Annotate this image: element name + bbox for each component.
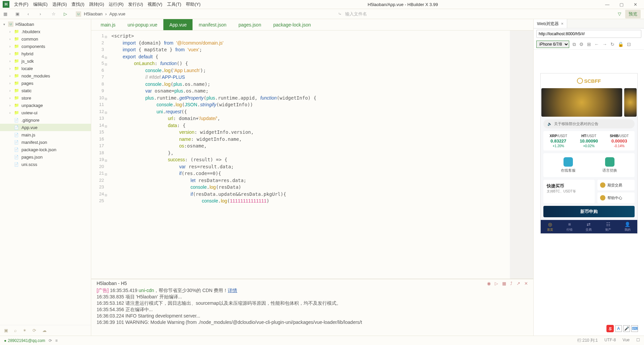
ime-voice-icon[interactable]: 🎤 bbox=[623, 325, 630, 332]
tab-main.js[interactable]: main.js bbox=[95, 19, 121, 30]
folder-components[interactable]: ›components bbox=[0, 43, 91, 50]
file-package-lock.json[interactable]: package-lock.json bbox=[0, 146, 91, 153]
folder-store[interactable]: ›store bbox=[0, 94, 91, 102]
menu-view[interactable]: 视图(V) bbox=[148, 1, 162, 7]
crumb-project[interactable]: H5laoban bbox=[84, 11, 103, 16]
settings-icon[interactable]: ⚙ bbox=[579, 42, 584, 47]
tab-uni-popup.vue[interactable]: uni-popup.vue bbox=[121, 19, 163, 30]
folder-locale[interactable]: ›locale bbox=[0, 65, 91, 72]
preview-button[interactable]: 预览 bbox=[625, 10, 641, 18]
close-icon[interactable]: × bbox=[561, 21, 564, 26]
star-icon[interactable]: ☆ bbox=[52, 11, 57, 16]
preview-tab[interactable]: Web浏览器× bbox=[534, 19, 567, 28]
ime-keyboard-icon[interactable]: ⌨ bbox=[631, 325, 638, 332]
sync-icon[interactable]: ⟳ bbox=[33, 328, 36, 333]
cloud-icon[interactable]: ☁ bbox=[42, 328, 47, 333]
menu-run[interactable]: 运行(R) bbox=[109, 1, 123, 7]
indent-icon[interactable]: ≡ bbox=[55, 338, 58, 343]
back-icon[interactable]: ← bbox=[594, 42, 599, 47]
price-SHIB[interactable]: SHIB/USDT0.00003-0.14% bbox=[604, 131, 635, 151]
side-帮助中心[interactable]: 帮助中心 bbox=[597, 192, 635, 203]
console-clear-icon[interactable]: ▦ bbox=[502, 281, 506, 286]
menu-edit[interactable]: 编辑(E) bbox=[33, 1, 48, 7]
file-pages.json[interactable]: pages.json bbox=[0, 153, 91, 161]
folder-pages[interactable]: ›pages bbox=[0, 79, 91, 87]
menu-find[interactable]: 查找(I) bbox=[71, 1, 84, 7]
nav-资产[interactable]: ☷资产 bbox=[598, 220, 618, 233]
device-select[interactable]: iPhone 6/7/8 bbox=[536, 41, 569, 48]
price-XRP[interactable]: XRP/USDT0.83227+1.20% bbox=[543, 131, 574, 151]
open-external-icon[interactable]: ⧉ bbox=[573, 42, 576, 47]
notifications-icon[interactable]: ☐ bbox=[636, 338, 640, 343]
price-HT[interactable]: HT/USDT10.00090+0.02% bbox=[574, 131, 604, 151]
menu-help[interactable]: 帮助(Y) bbox=[186, 1, 200, 7]
window-minimize-icon[interactable]: — bbox=[605, 2, 609, 7]
nav-back-icon[interactable]: ‹ bbox=[28, 11, 33, 16]
goto-icon[interactable]: ⤷ bbox=[338, 11, 342, 16]
menu-file[interactable]: 文件(F) bbox=[14, 1, 29, 7]
side-期货交易[interactable]: 期货交易 bbox=[597, 180, 635, 190]
console-output[interactable]: [广告] 16:35:35.419 uni-cdn，帮你节省至少30%的 CDN… bbox=[91, 287, 533, 336]
file-manifest.json[interactable]: manifest.json bbox=[0, 138, 91, 146]
folder-common[interactable]: ›common bbox=[0, 35, 91, 43]
file-App.vue[interactable]: App.vue bbox=[0, 124, 91, 131]
sogou-icon[interactable]: S bbox=[606, 325, 614, 332]
encoding[interactable]: UTF-8 bbox=[604, 338, 616, 343]
menu-select[interactable]: 选择(S) bbox=[52, 1, 67, 7]
new-file-icon[interactable]: ▦ bbox=[3, 11, 9, 16]
preview-url-input[interactable] bbox=[536, 30, 641, 38]
run-icon[interactable]: ▷ bbox=[64, 11, 69, 16]
console-run-icon[interactable]: ▷ bbox=[495, 281, 498, 286]
folder-js_sdk[interactable]: ›js_sdk bbox=[0, 57, 91, 65]
screenshot-icon[interactable]: ⊞ bbox=[587, 42, 591, 47]
terminal-icon[interactable]: ▣ bbox=[4, 328, 8, 333]
nav-forward-icon[interactable]: › bbox=[40, 11, 45, 16]
tab-App.vue[interactable]: App.vue bbox=[163, 19, 193, 30]
forward-icon[interactable]: → bbox=[602, 42, 607, 47]
menu-tools[interactable]: 工具(T) bbox=[167, 1, 181, 7]
refresh-icon[interactable]: ↻ bbox=[610, 42, 614, 47]
file-search-input[interactable]: 输入文件名 bbox=[345, 11, 367, 17]
window-maximize-icon[interactable]: ▢ bbox=[620, 2, 624, 7]
minimap[interactable] bbox=[510, 31, 533, 279]
lock-icon[interactable]: 🔒 bbox=[618, 42, 624, 47]
quick-语言切换[interactable]: 语言切换 bbox=[602, 157, 617, 173]
folder-unpackage[interactable]: ›unpackage bbox=[0, 102, 91, 109]
debug-icon[interactable]: ✶ bbox=[23, 328, 26, 333]
save-icon[interactable]: ▣ bbox=[15, 11, 21, 16]
filter-icon[interactable]: ▽ bbox=[618, 11, 621, 16]
folder-.hbuilderx[interactable]: ›.hbuilderx bbox=[0, 28, 91, 35]
folder-hybrid[interactable]: ›hybrid bbox=[0, 50, 91, 57]
cursor-position[interactable]: 行:210 列:1 bbox=[577, 338, 598, 343]
quick-buy-card[interactable]: 快捷买币 支持BTC、USDT等 bbox=[543, 180, 595, 203]
file-main.js[interactable]: main.js bbox=[0, 131, 91, 138]
console-export-icon[interactable]: ⤴ bbox=[510, 281, 513, 286]
promo-banner[interactable]: 新币申购 bbox=[543, 206, 635, 217]
window-close-icon[interactable]: ✕ bbox=[634, 2, 637, 7]
folder-uview-ui[interactable]: ›uview-ui bbox=[0, 109, 91, 116]
menu-publish[interactable]: 发行(U) bbox=[128, 1, 143, 7]
qr-icon[interactable]: ⊡ bbox=[627, 42, 631, 47]
quick-在线客服[interactable]: 在线客服 bbox=[561, 157, 576, 173]
nav-我的[interactable]: 👤我的 bbox=[618, 220, 637, 233]
notice-bar[interactable]: 关于移除部分交易对的公告 bbox=[543, 119, 635, 128]
tab-manifest.json[interactable]: manifest.json bbox=[193, 19, 232, 30]
project-root[interactable]: ▾UH5laoban bbox=[0, 20, 91, 28]
binoculars-icon[interactable]: ⌕ bbox=[14, 328, 17, 333]
folder-node_modules[interactable]: ›node_modules bbox=[0, 72, 91, 79]
banner-carousel[interactable] bbox=[541, 88, 637, 117]
nav-首页[interactable]: ◎首页 bbox=[541, 220, 560, 233]
user-account[interactable]: 289021941@qq.com bbox=[4, 338, 45, 343]
console-close-icon[interactable]: ✕ bbox=[524, 281, 528, 286]
nav-行情[interactable]: ≡行情 bbox=[560, 220, 579, 233]
code-editor[interactable]: <script> import {domain} from '@/common/… bbox=[105, 31, 510, 279]
tab-pages.json[interactable]: pages.json bbox=[232, 19, 267, 30]
ime-lang-icon[interactable]: A bbox=[615, 325, 622, 332]
nav-交易[interactable]: ⇄交易 bbox=[579, 220, 599, 233]
menu-goto[interactable]: 跳转(G) bbox=[89, 1, 104, 7]
tab-package-lock.json[interactable]: package-lock.json bbox=[267, 19, 317, 30]
crumb-file[interactable]: App.vue bbox=[109, 11, 125, 16]
file-.gitignore[interactable]: .gitignore bbox=[0, 116, 91, 124]
file-uni.scss[interactable]: uni.scss bbox=[0, 161, 91, 168]
sync-status-icon[interactable]: ⟳ bbox=[49, 338, 52, 343]
